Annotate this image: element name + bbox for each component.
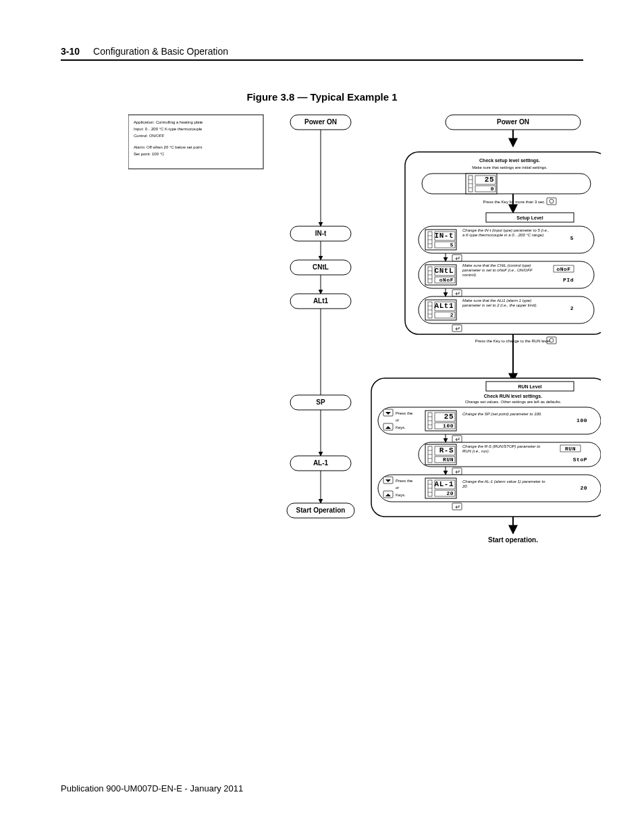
right-check-setup: Check setup level settings. [479, 158, 540, 163]
circle-key-icon [547, 198, 556, 205]
updn-mid-2: or [396, 486, 399, 490]
updn-dn-2: Keys. [396, 493, 406, 497]
return-key-icon-2 [452, 290, 462, 296]
return-key-icon-5 [452, 468, 462, 475]
return-key-icon-6 [452, 503, 462, 510]
lcd-sp-bot: 100 [443, 423, 454, 429]
page-header: 3-10 Configuration & Basic Operation [61, 46, 583, 61]
change-defaults: Change set values. Other settings are le… [465, 400, 562, 404]
lcd-alt1-bot: 2 [450, 312, 454, 318]
right-start: Start operation. [488, 536, 538, 544]
chapter-title: Configuration & Basic Operation [93, 46, 228, 57]
document-page: 3-10 Configuration & Basic Operation Fig… [0, 0, 644, 834]
lcd-al1-top: AL-1 [435, 480, 454, 488]
down-key-icon [383, 409, 393, 416]
side-rs-top: RUN [565, 446, 576, 452]
lcd-cntl-bot: oNoF [439, 277, 454, 283]
lcd-rs-bot: RUN [443, 457, 454, 463]
press-key-1: Press the Key for more than 3 sec. [483, 200, 546, 204]
updn-dn: Keys. [396, 425, 406, 429]
down-key-icon-2 [383, 477, 393, 484]
sp-desc: Change the SP (set point) parameter to 1… [462, 412, 550, 417]
appbox-line1: Application: Controlling a heating plate [134, 120, 203, 124]
updn-up: Press the [396, 411, 413, 415]
appbox-line3: Control: ON/OFF [134, 134, 165, 138]
lcd-int-top: IN-t [435, 232, 454, 240]
side-al1: 20 [580, 485, 587, 491]
left-power-on: Power ON [304, 118, 337, 126]
cntl-desc: Make sure that the CNtL (control type) p… [462, 263, 543, 278]
return-key-icon [452, 255, 462, 261]
page-number: 3-10 [61, 46, 80, 57]
rs-desc: Change the R-S (RUN/STOP) parameter to R… [462, 444, 547, 454]
up-key-icon [383, 423, 393, 430]
lcd-int-bot: 5 [450, 242, 454, 248]
int-desc: Change the IN-t (input type) parameter t… [462, 228, 550, 238]
alt1-desc: Make sure that the ALt1 (alarm 1 type) p… [462, 298, 550, 308]
figure-diagram: Application: Controlling a heating plate… [128, 111, 601, 564]
publication-line: Publication 900-UM007D-EN-E - January 20… [61, 783, 243, 793]
left-al1: AL-1 [313, 459, 329, 467]
right-make-sure: Make sure that settings are initial sett… [472, 165, 547, 170]
left-int: IN-t [315, 230, 327, 237]
side-int: 5 [570, 235, 574, 241]
lcd-sp-top: 25 [444, 413, 454, 421]
al1-desc: Change the AL-1 (alarm value 1) paramete… [462, 479, 550, 489]
appbox-line4: Alarm: Off when 20 °C below set point [134, 145, 203, 149]
left-cntl: CNtL [313, 263, 329, 271]
side-rs-bot: StoP [573, 457, 587, 463]
left-start: Start Operation [296, 506, 346, 514]
lcd-sv0: 0 [491, 186, 494, 192]
right-flow: Power ON Check setup level settings. Mak… [371, 115, 601, 544]
side-sp: 100 [576, 417, 587, 423]
appbox-line5: Set point: 100 °C [134, 152, 165, 156]
side-cntl-top: oNoF [556, 266, 570, 272]
up-key-icon-2 [383, 491, 393, 498]
figure-caption: Figure 3.8 — Typical Example 1 [0, 91, 644, 103]
updn-up-2: Press the [396, 479, 413, 483]
left-sp: SP [316, 398, 325, 406]
right-power-on: Power ON [497, 118, 529, 126]
lcd-al1-bot: 20 [446, 490, 454, 496]
lcd-pv0: 25 [485, 176, 494, 184]
left-alt1: ALt1 [313, 297, 329, 305]
left-flow: Power ON IN-t CNtL ALt1 SP AL-1 Start Op… [287, 115, 354, 518]
return-key-icon-3 [452, 325, 462, 332]
setup-label: Setup Level [516, 215, 543, 221]
appbox-line2: Input: 0…200 °C K-type thermocouple [134, 127, 203, 131]
check-run: Check RUN level settings. [484, 394, 542, 399]
lcd-rs-top: R-S [439, 446, 454, 454]
run-label: RUN Level [518, 384, 541, 389]
svg-rect-26 [422, 174, 591, 194]
lcd-cntl-top: CNtL [435, 267, 454, 275]
return-key-icon-4 [452, 436, 462, 442]
updn-mid: or [396, 418, 399, 422]
side-cntl-bot: PId [563, 277, 574, 283]
lcd-alt1-top: ALt1 [435, 302, 454, 310]
side-alt1: 2 [570, 305, 574, 311]
